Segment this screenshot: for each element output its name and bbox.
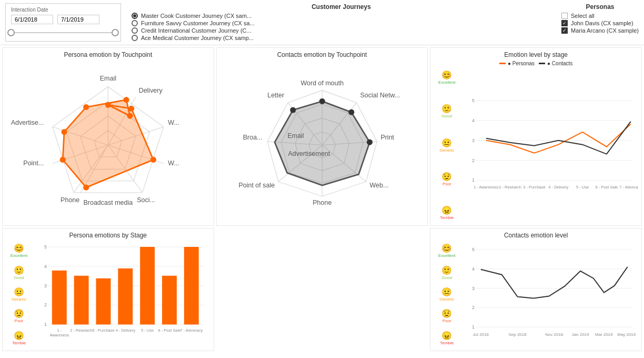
emotion-poor-2: 😟 Poor xyxy=(14,309,24,323)
svg-point-18 xyxy=(60,157,66,163)
contacts-emotion-level-panel: Contacts emotion level 😊 Excellent 🙂 Goo… xyxy=(430,228,642,351)
emotion-good-2: 🙂 Good xyxy=(14,265,24,280)
good-label-2: Good xyxy=(14,275,24,280)
svg-text:1 - Awareness: 1 - Awareness xyxy=(474,185,499,190)
svg-text:5 - Use: 5 - Use xyxy=(141,329,154,333)
persona-checkbox-1[interactable] xyxy=(561,20,568,26)
svg-text:7 - Advocacy: 7 - Advocacy xyxy=(180,329,203,333)
persona-option-0[interactable]: Select all xyxy=(561,13,639,19)
generic-face-1: 😐 xyxy=(441,138,452,148)
journey-label-0: Master Cook Customer Journey (CX sam... xyxy=(141,13,251,19)
generic-label-3: Generic xyxy=(439,297,454,302)
persona-emotions-stage-chart: 5 4 3 2 1 xyxy=(32,241,210,347)
emotion-generic-3: 😐 Generic xyxy=(439,287,454,302)
svg-text:4: 4 xyxy=(472,266,475,272)
journey-option-0[interactable]: Master Cook Customer Journey (CX sam... xyxy=(132,13,551,19)
excellent-face-3: 😊 xyxy=(441,243,452,253)
svg-text:Sep 2018: Sep 2018 xyxy=(509,333,527,337)
contacts-emotion-level-title: Contacts emotion level xyxy=(434,232,638,239)
svg-text:Jul 2018: Jul 2018 xyxy=(473,333,489,337)
date-filter-label: Interaction Date xyxy=(11,7,115,13)
emotion-icons-col-2: 😊 Excellent 🙂 Good 😐 Generic 😟 Poor 😠 xyxy=(6,241,32,347)
legend-personas: ● Personas xyxy=(499,61,535,66)
emotion-stage-svg: 5 4 3 2 1 1 - Awareness 2 - Research 3 -… xyxy=(460,68,638,222)
persona-filter-title: Personas xyxy=(561,3,639,11)
svg-point-15 xyxy=(128,106,134,112)
good-label-1: Good xyxy=(442,114,452,118)
persona-emotion-touchpoint-content: Email Delivery W... W... Soci... Broadca… xyxy=(6,61,210,222)
emotion-generic-1: 😐 Generic xyxy=(439,138,454,153)
bar-6 xyxy=(184,247,199,324)
svg-text:Nov 2018: Nov 2018 xyxy=(546,333,564,337)
poor-face-2: 😟 xyxy=(14,309,24,319)
svg-text:2 - Research: 2 - Research xyxy=(499,185,522,190)
journey-label-2: Credit International Customer Journey (C… xyxy=(141,27,251,34)
persona-bar-svg: 5 4 3 2 1 xyxy=(32,241,210,347)
journey-radio-2[interactable] xyxy=(132,27,138,34)
contacts-emotion-level-inner: 😊 Excellent 🙂 Good 😐 Generic 😟 Poor 😠 xyxy=(434,241,638,347)
journey-filter-title: Customer Journeys xyxy=(132,3,551,11)
svg-text:Letter: Letter xyxy=(267,92,284,99)
journey-radio-3[interactable] xyxy=(132,35,138,41)
journey-radio-1[interactable] xyxy=(132,20,138,26)
svg-text:4: 4 xyxy=(472,118,475,123)
svg-point-46 xyxy=(319,98,325,104)
journey-radio-0[interactable] xyxy=(132,13,138,19)
svg-point-16 xyxy=(150,157,156,163)
persona-checkbox-2[interactable] xyxy=(561,27,568,34)
svg-point-48 xyxy=(367,140,373,145)
persona-label-0: Select all xyxy=(571,13,595,19)
persona-option-1[interactable]: John Davis (CX sample) xyxy=(561,20,639,26)
persona-options-list: Select all John Davis (CX sample) Maria … xyxy=(561,13,639,34)
svg-text:5 - Use: 5 - Use xyxy=(576,185,589,190)
svg-text:Awareness: Awareness xyxy=(49,333,69,338)
generic-face-2: 😐 xyxy=(14,287,24,297)
svg-text:3: 3 xyxy=(472,286,475,291)
contacts-emotion-touchpoint-content: Word of mouth Social Netw... Print Web..… xyxy=(220,61,425,222)
svg-marker-44 xyxy=(275,101,369,185)
persona-emotion-touchpoint-title: Persona emotion by Touchpoint xyxy=(6,51,210,58)
journey-options-list: Master Cook Customer Journey (CX sam... … xyxy=(132,13,551,41)
terrible-label-1: Terrible xyxy=(440,215,454,220)
slider-thumb-left[interactable] xyxy=(7,29,15,36)
svg-point-17 xyxy=(83,185,89,191)
svg-text:1: 1 xyxy=(44,322,47,327)
legend-contacts-label: ● Contacts xyxy=(547,61,572,66)
date-start-input[interactable] xyxy=(11,15,53,24)
excellent-face-1: 😊 xyxy=(441,70,452,80)
good-face-3: 🙂 xyxy=(441,265,452,275)
poor-face-3: 😟 xyxy=(441,309,452,319)
date-filter-panel: Interaction Date xyxy=(5,3,121,42)
svg-text:2 - Research: 2 - Research xyxy=(70,329,93,333)
svg-marker-13 xyxy=(63,100,153,188)
emotion-level-stage-inner: 😊 Excellent 🙂 Good 😐 Generic 😟 Poor 😠 xyxy=(434,68,638,222)
bar-2 xyxy=(96,279,111,325)
svg-point-14 xyxy=(105,102,111,108)
emotion-good-3: 🙂 Good xyxy=(441,265,452,280)
svg-text:Email: Email xyxy=(100,75,116,82)
svg-text:6 - Post Sale: 6 - Post Sale xyxy=(158,329,181,333)
slider-thumb-right[interactable] xyxy=(112,29,119,36)
persona-filter-panel: Personas Select all John Davis (CX sampl… xyxy=(561,3,639,34)
persona-option-2[interactable]: Maria Arcano (CX sample) xyxy=(561,27,639,34)
legend-personas-label: ● Personas xyxy=(508,61,535,66)
good-label-3: Good xyxy=(442,275,452,280)
journey-option-2[interactable]: Credit International Customer Journey (C… xyxy=(132,27,551,34)
excellent-label-3: Excellent xyxy=(438,253,455,258)
terrible-face-1: 😠 xyxy=(441,205,452,215)
svg-point-21 xyxy=(123,97,129,103)
persona-checkbox-0[interactable] xyxy=(561,13,568,19)
journey-option-1[interactable]: Furniture Savvy Customer Journey (CX sa.… xyxy=(132,20,551,26)
date-end-input[interactable] xyxy=(57,15,99,24)
emotion-excellent-1: 😊 Excellent xyxy=(438,70,455,85)
journey-option-3[interactable]: Ace Medical Customer Journey (CX samp... xyxy=(132,35,551,41)
svg-text:2: 2 xyxy=(472,305,475,311)
legend-personas-color xyxy=(499,63,506,64)
svg-text:Web...: Web... xyxy=(369,182,388,189)
svg-text:5: 5 xyxy=(44,244,47,250)
svg-text:Mar 2019: Mar 2019 xyxy=(595,333,613,337)
excellent-face-2: 😊 xyxy=(14,243,24,253)
contacts-emotion-level-chart: 5 4 3 2 1 Jul 2018 Sep 2018 Nov 2018 Jan… xyxy=(460,241,638,347)
date-range-slider[interactable] xyxy=(11,27,115,38)
svg-text:6 - Post Sale: 6 - Post Sale xyxy=(596,185,618,190)
